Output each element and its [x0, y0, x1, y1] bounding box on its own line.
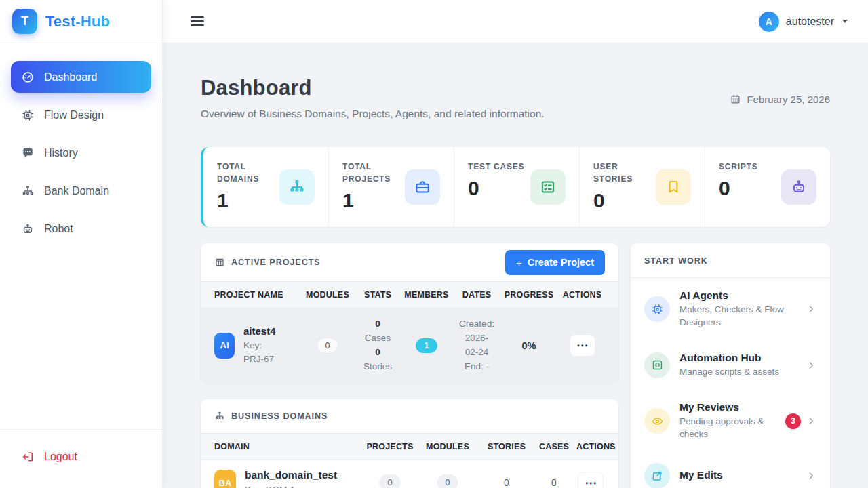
stat-value: 1 — [342, 189, 399, 212]
sidebar-item-label: History — [44, 147, 78, 159]
domains-table-header: DOMAIN PROJECTS MODULES STORIES CASES AC… — [201, 433, 618, 460]
robot-icon — [21, 222, 35, 236]
item-title: AI Agents — [679, 289, 796, 302]
domain-key: Key: DOM-1 — [245, 483, 337, 488]
sidebar-item-history[interactable]: History — [11, 137, 151, 169]
stat-value: 0 — [719, 177, 758, 200]
chevron-right-icon — [806, 360, 816, 371]
table-row[interactable]: AI aitest4 Key: PRJ-67 0 0 Cases 0 — [201, 308, 618, 383]
item-subtitle: Pending approvals & checks — [679, 415, 776, 441]
column-header: ACTIONS — [576, 442, 605, 451]
stat-value: 0 — [593, 189, 650, 212]
business-domains-panel: BUSINESS DOMAINS DOMAIN PROJECTS MODULES… — [201, 399, 618, 488]
gauge-icon — [21, 70, 35, 84]
chip-icon — [21, 108, 35, 122]
page-subtitle: Overview of Business Domains, Projects, … — [201, 108, 545, 120]
hamburger-menu-icon[interactable] — [191, 14, 204, 29]
stat-label: SCRIPTS — [719, 161, 758, 173]
chevron-down-icon — [842, 20, 848, 23]
logo-badge: T — [12, 9, 37, 34]
logout-icon — [21, 450, 35, 464]
row-actions-button[interactable]: ⋯ — [578, 472, 604, 488]
sitemap-icon — [21, 184, 35, 198]
sidebar-item-dashboard[interactable]: Dashboard — [11, 61, 151, 93]
sidebar-item-flow-design[interactable]: Flow Design — [11, 99, 151, 131]
create-project-button[interactable]: + Create Project — [505, 250, 605, 275]
item-title: My Edits — [679, 469, 796, 481]
topbar: A autotester — [163, 0, 868, 43]
sidebar-item-bank-domain[interactable]: Bank Domain — [11, 175, 151, 207]
stat-total-domains: TOTAL DOMAINS 1 — [203, 147, 329, 227]
column-header: ACTIONS — [559, 290, 605, 300]
logout-button[interactable]: Logout — [11, 442, 151, 472]
stat-label: USER STORIES — [593, 161, 650, 185]
sidebar-item-label: Flow Design — [44, 109, 104, 121]
robot-icon — [781, 169, 816, 205]
start-work-item-ai-agents[interactable]: AI Agents Makers, Checkers & Flow Design… — [631, 278, 830, 340]
column-header: PROJECTS — [366, 442, 414, 451]
stat-scripts: SCRIPTS 0 — [705, 147, 830, 227]
plus-icon: + — [516, 257, 522, 268]
brand-logo[interactable]: T Test-Hub — [0, 0, 162, 43]
page-header: Dashboard Overview of Business Domains, … — [201, 76, 830, 120]
page-title: Dashboard — [201, 76, 545, 100]
stat-test-cases: TEST CASES 0 — [454, 147, 580, 227]
stat-total-projects: TOTAL PROJECTS 1 — [329, 147, 454, 227]
sidebar-nav: Dashboard Flow Design History — [0, 43, 162, 429]
user-menu[interactable]: A autotester — [759, 12, 848, 32]
avatar: A — [759, 12, 779, 32]
start-work-item-my-edits[interactable]: My Edits — [631, 451, 830, 488]
bookmark-icon — [656, 169, 691, 205]
project-dates: Created: 2026- 02-24 End: - — [455, 317, 498, 374]
column-header: DOMAIN — [214, 442, 366, 451]
item-subtitle: Manage scripts & assets — [679, 366, 796, 379]
table-icon — [214, 257, 225, 268]
checklist-icon — [530, 169, 566, 205]
projects-count-badge: 0 — [379, 474, 401, 488]
column-header: MODULES — [414, 442, 481, 451]
project-key: Key: PRJ-67 — [243, 339, 284, 367]
project-avatar: AI — [214, 333, 235, 359]
panel-title: BUSINESS DOMAINS — [231, 411, 328, 421]
pending-count-badge: 3 — [785, 413, 801, 429]
item-title: My Reviews — [679, 401, 776, 413]
project-stats: 0 Cases 0 Stories — [357, 317, 398, 374]
sidebar-item-label: Robot — [44, 223, 73, 235]
stat-label: TOTAL PROJECTS — [342, 161, 399, 185]
eye-icon — [644, 408, 670, 434]
item-title: Automation Hub — [679, 352, 796, 364]
start-work-item-my-reviews[interactable]: My Reviews Pending approvals & checks 3 — [631, 390, 830, 452]
stat-label: TOTAL DOMAINS — [217, 161, 274, 185]
chip-icon — [644, 296, 670, 322]
sitemap-icon — [279, 169, 315, 205]
date-text: February 25, 2026 — [747, 94, 830, 105]
start-work-item-automation-hub[interactable]: Automation Hub Manage scripts & assets — [631, 340, 830, 390]
user-name: autotester — [786, 16, 834, 28]
column-header: STORIES — [481, 442, 532, 451]
stories-count: 0 — [481, 477, 532, 488]
panel-title: START WORK — [644, 256, 708, 266]
sitemap-icon — [214, 411, 225, 422]
start-work-panel: START WORK AI Agents Makers, Checkers & … — [631, 243, 830, 488]
domain-avatar: BA — [214, 470, 236, 488]
stat-user-stories: USER STORIES 0 — [580, 147, 705, 227]
sidebar: T Test-Hub Dashboard Flow Design — [0, 0, 163, 488]
item-subtitle: Makers, Checkers & Flow Designers — [679, 304, 796, 329]
chevron-right-icon — [806, 304, 816, 314]
stat-value: 1 — [217, 189, 274, 212]
table-row[interactable]: BA bank_domain_test Key: DOM-1 0 0 0 0 ⋯ — [201, 460, 618, 488]
brand-name: Test-Hub — [45, 13, 110, 30]
row-actions-button[interactable]: ⋯ — [570, 335, 595, 357]
stats-summary-row: TOTAL DOMAINS 1 TOTAL PROJ — [201, 147, 830, 227]
sidebar-item-label: Dashboard — [44, 71, 97, 83]
chevron-right-icon — [806, 415, 816, 426]
domain-name: bank_domain_test — [245, 469, 337, 481]
column-header: DATES — [455, 290, 498, 300]
sidebar-item-robot[interactable]: Robot — [11, 213, 151, 245]
stat-label: TEST CASES — [468, 161, 524, 173]
cases-count: 0 — [532, 477, 576, 488]
active-projects-panel: ACTIVE PROJECTS + Create Project PROJECT… — [201, 243, 618, 383]
calendar-icon — [730, 94, 741, 105]
column-header: CASES — [532, 442, 576, 451]
current-date: February 25, 2026 — [730, 94, 830, 105]
